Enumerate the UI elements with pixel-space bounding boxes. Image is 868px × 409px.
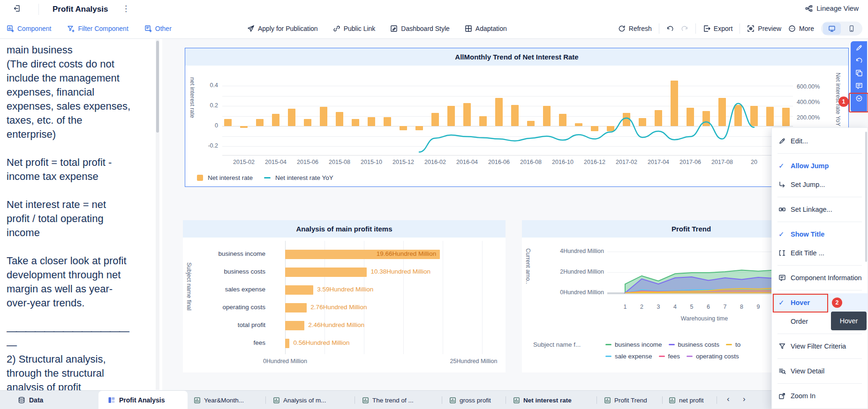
data-label: 2.46Hundred Million (308, 321, 364, 328)
menu-item-edit[interactable]: Edit... (772, 132, 868, 150)
tab-label: Analysis of m... (283, 397, 326, 404)
legend-swatch-bar (197, 175, 203, 181)
tab-separator (442, 396, 442, 404)
menu-scrollbar[interactable] (865, 132, 867, 262)
info-bubble-icon (778, 274, 791, 282)
tab-active-label: Profit Analysis (119, 396, 165, 404)
phone-icon (848, 25, 855, 32)
exit-icon[interactable] (13, 5, 21, 12)
gridline (482, 241, 483, 354)
public-link-button[interactable]: Public Link (333, 25, 376, 32)
sidebar-scrollbar-thumb[interactable] (156, 41, 159, 133)
legend-label[interactable]: Net interest rate YoY (275, 174, 333, 181)
tab-analysis-of-m[interactable]: Analysis of m... (273, 391, 326, 409)
chart-tab-icon (669, 397, 676, 404)
tab-profit-trend[interactable]: Profit Trend (604, 391, 647, 409)
tabs-scroll-right-icon[interactable]: › (743, 394, 746, 404)
menu-item-set-linkage[interactable]: Set Linkage... (772, 200, 868, 219)
redo-icon[interactable] (681, 25, 688, 32)
other-button[interactable]: Other (144, 25, 172, 32)
tab-net-interest-rate[interactable]: Net interest rate (513, 391, 572, 409)
step-badge-1: 1 (838, 97, 849, 107)
more-button[interactable]: More (788, 25, 814, 32)
data-label: 0.56Hundred Million (293, 339, 349, 346)
filter-component-icon (67, 25, 75, 32)
menu-divider (777, 222, 862, 222)
legend-label[interactable]: business income (615, 341, 662, 348)
zoom-in-icon (778, 392, 791, 400)
bar-business-costs[interactable] (285, 268, 367, 277)
menu-item-label: Show Title (791, 231, 824, 238)
bar-fees[interactable] (285, 339, 289, 348)
bar-operating-costs[interactable] (285, 303, 307, 312)
legend-label[interactable]: business costs (678, 341, 720, 348)
menu-item-view-detail[interactable]: View Detail (772, 362, 868, 380)
tab-label: net profit (679, 397, 704, 404)
menu-divider (777, 358, 862, 359)
filter-component-button[interactable]: Filter Component (67, 25, 128, 32)
undo-component-icon[interactable] (855, 57, 863, 64)
undo-icon[interactable] (666, 25, 674, 32)
component-button[interactable]: Component (7, 25, 51, 32)
lineage-view-button[interactable]: Lineage View (805, 4, 859, 12)
chart-monthly-net-interest-rate[interactable]: AllMonthly Trend of Net Interest Rate0.4… (185, 48, 849, 187)
menu-item-edit-title[interactable]: Edit Title ... (772, 244, 868, 262)
export-button[interactable]: Export (703, 25, 732, 32)
legend-label[interactable]: sale expense (615, 353, 652, 360)
tab-separator (265, 396, 266, 404)
data-label: 3.59Hundred Million (317, 286, 373, 293)
menu-item-order[interactable]: Order›Hover (772, 312, 868, 331)
notes-text-line: (The direct costs do not (7, 57, 153, 71)
category-label: business costs (183, 268, 265, 275)
bar-total-profit[interactable] (285, 321, 304, 330)
notes-text-line: margin as well as year- (7, 282, 153, 296)
kebab-menu-icon[interactable]: ⋮ (122, 4, 130, 14)
refresh-button[interactable]: Refresh (618, 25, 652, 32)
menu-item-view-filter-criteria[interactable]: View Filter Criteria (772, 337, 868, 356)
desktop-view-button[interactable] (823, 22, 841, 35)
tab-year-month[interactable]: Year&Month... (194, 391, 244, 409)
menu-item-allow-jump[interactable]: ✓Allow Jump (772, 156, 868, 175)
notes-text-line: expenses, financial (7, 85, 153, 99)
tab-label: Net interest rate (523, 397, 572, 404)
apply-for-publication-button[interactable]: Apply for Publication (247, 25, 318, 32)
category-label: total profit (183, 321, 265, 328)
copy-component-icon[interactable] (855, 69, 863, 77)
pencil-icon (778, 137, 791, 145)
menu-item-label: Edit Title ... (791, 249, 824, 257)
notes-text-component[interactable]: main business(The direct costs do notinc… (0, 38, 162, 390)
funnel-icon (778, 342, 791, 350)
legend-label[interactable]: to (735, 341, 740, 348)
dashboard-style-icon (390, 25, 398, 32)
legend-label[interactable]: Net interest rate (208, 174, 253, 181)
notes-text-line: taxes, etc. of the (7, 113, 153, 127)
tab-the-trend-of[interactable]: The trend of ... (362, 391, 414, 409)
legend-label[interactable]: operating costs (696, 353, 739, 360)
adaptation-button[interactable]: Adaptation (465, 25, 507, 32)
bar-sales-expense[interactable] (285, 285, 313, 295)
menu-item-set-jump[interactable]: Set Jump... (772, 175, 868, 194)
mobile-view-button[interactable] (843, 22, 860, 35)
tab-profit-analysis-active[interactable]: Profit Analysis (98, 391, 188, 409)
comment-icon[interactable] (855, 82, 863, 89)
x-axis-label: Warehousing time (681, 315, 728, 322)
notes-text-line: profit / total operating (7, 212, 153, 226)
notes-text-line: income (7, 226, 153, 240)
tab-gross-profit[interactable]: gross profit (449, 391, 491, 409)
dashboard-style-button[interactable]: Dashboard Style (390, 25, 450, 32)
legend-label[interactable]: fees (668, 353, 680, 360)
edit-component-icon[interactable] (855, 44, 863, 52)
category-label: fees (183, 339, 265, 346)
chart-analysis-of-main-profit-items[interactable]: Analysis of main profit itemsSubject nam… (183, 220, 506, 372)
tabs-scroll-left-icon[interactable]: ‹ (727, 394, 730, 404)
tab-data[interactable]: Data (18, 391, 43, 409)
preview-button[interactable]: Preview (747, 25, 781, 32)
menu-divider (777, 197, 862, 197)
menu-item-component-information[interactable]: Component Information (772, 268, 868, 287)
category-label: business income (183, 250, 265, 257)
notes-text-line: Net interest rate = net (7, 198, 153, 212)
menu-item-show-title[interactable]: ✓Show Title (772, 225, 868, 244)
tab-net-profit[interactable]: net profit (669, 391, 704, 409)
menu-item-hover[interactable]: ✓Hover2 (772, 293, 868, 312)
menu-item-zoom-in[interactable]: Zoom In (772, 387, 868, 405)
